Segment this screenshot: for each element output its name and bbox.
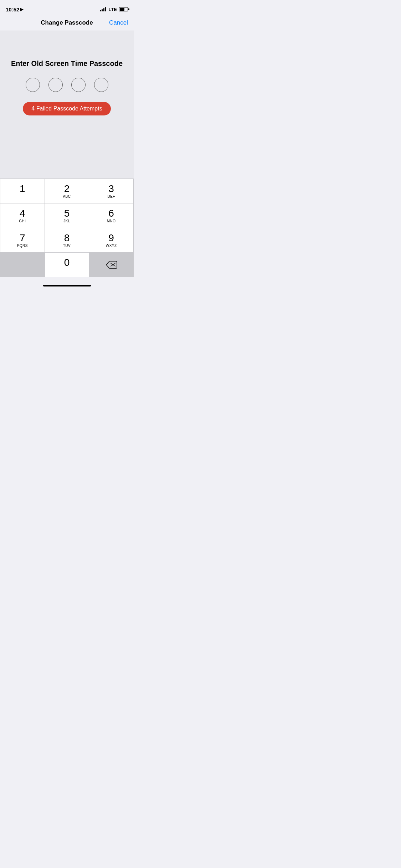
failed-attempts-badge: 4 Failed Passcode Attempts	[23, 102, 110, 115]
key-empty	[0, 253, 45, 277]
key-3[interactable]: 3 DEF	[89, 179, 133, 203]
passcode-dots	[26, 78, 108, 92]
key-3-letters: DEF	[107, 195, 115, 198]
key-7-number: 7	[20, 233, 25, 244]
key-2-number: 2	[64, 184, 70, 195]
passcode-dot-4	[94, 78, 108, 92]
status-bar: 10:52 ▶ LTE	[0, 0, 134, 16]
key-6-number: 6	[108, 208, 114, 219]
key-9[interactable]: 9 WXYZ	[89, 228, 133, 252]
status-time: 10:52 ▶	[6, 6, 23, 12]
keypad: 1 2 ABC 3 DEF 4 GHI 5 JKL 6 MNO 7 PQRS 8…	[0, 179, 134, 277]
signal-bar-3	[103, 8, 104, 11]
delete-icon	[106, 260, 117, 269]
key-8[interactable]: 8 TUV	[45, 228, 89, 252]
key-1[interactable]: 1	[0, 179, 45, 203]
passcode-dot-2	[48, 78, 63, 92]
key-3-number: 3	[108, 184, 114, 195]
key-9-letters: WXYZ	[106, 244, 117, 248]
key-4-number: 4	[20, 208, 25, 219]
battery-fill	[120, 8, 124, 11]
key-5-number: 5	[64, 208, 70, 219]
key-1-letters	[22, 195, 23, 198]
key-7-letters: PQRS	[17, 244, 28, 248]
key-4-letters: GHI	[19, 219, 26, 223]
time-label: 10:52	[6, 6, 19, 12]
key-6-letters: MNO	[107, 219, 116, 223]
main-content: Enter Old Screen Time Passcode 4 Failed …	[0, 31, 134, 184]
battery-icon	[119, 7, 128, 11]
key-5-letters: JKL	[63, 219, 70, 223]
signal-bar-1	[100, 10, 101, 11]
key-0[interactable]: 0	[45, 253, 89, 277]
key-4[interactable]: 4 GHI	[0, 203, 45, 228]
signal-bar-2	[102, 9, 103, 11]
nav-bar: Change Passcode Cancel	[0, 16, 134, 31]
delete-button[interactable]	[89, 253, 133, 277]
key-2[interactable]: 2 ABC	[45, 179, 89, 203]
status-right: LTE	[100, 7, 128, 12]
lte-label: LTE	[108, 7, 117, 12]
passcode-prompt: Enter Old Screen Time Passcode	[11, 60, 123, 68]
signal-bars-icon	[100, 7, 106, 11]
key-8-letters: TUV	[63, 244, 71, 248]
key-7[interactable]: 7 PQRS	[0, 228, 45, 252]
signal-bar-4	[105, 7, 106, 11]
cancel-button[interactable]: Cancel	[109, 19, 128, 26]
passcode-dot-3	[71, 78, 86, 92]
key-5[interactable]: 5 JKL	[45, 203, 89, 228]
key-6[interactable]: 6 MNO	[89, 203, 133, 228]
key-8-number: 8	[64, 233, 70, 244]
key-1-number: 1	[20, 184, 25, 195]
key-2-letters: ABC	[63, 195, 71, 198]
passcode-dot-1	[26, 78, 40, 92]
key-0-number: 0	[64, 257, 70, 268]
location-arrow-icon: ▶	[20, 7, 23, 12]
home-indicator	[43, 285, 91, 286]
nav-title: Change Passcode	[41, 19, 93, 26]
key-9-number: 9	[108, 233, 114, 244]
key-0-letters	[66, 268, 67, 272]
